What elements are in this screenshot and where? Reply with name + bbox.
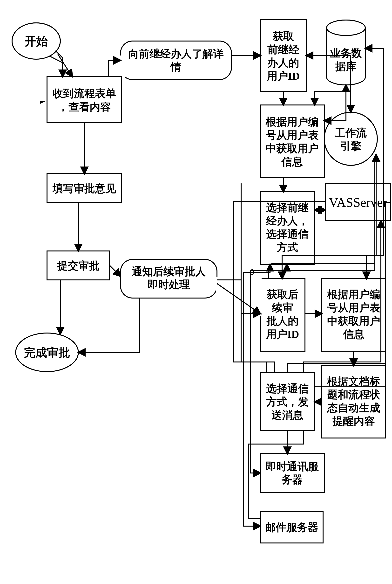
recv-l1b: 收到流程表单 — [52, 88, 116, 99]
gnin-l4: 信息 — [342, 329, 364, 340]
node-gen-content: 根据文档标 题和流程状 态自动生成 提醒内容 — [322, 366, 386, 438]
gnin-l1: 根据用户编 — [327, 288, 380, 301]
vas-label: VASServer — [329, 195, 387, 210]
svg-rect-28 — [47, 77, 122, 123]
gnid-l1: 获取后 — [266, 288, 298, 301]
edge-notify-done — [78, 298, 140, 352]
gpid-l1: 获取 — [272, 31, 294, 42]
gpid-l3: 办人的 — [267, 57, 299, 69]
gpin-l3: 中获取用户 — [266, 143, 319, 154]
node-ask-prev: 向前继经办人了解详 情 — [120, 41, 232, 80]
askprev-l1: 向前继经办人了解详 — [128, 48, 224, 60]
node-sel-send: 选择通信 方式，发 送消息 — [260, 373, 314, 431]
node-mail-server: 邮件服务器 — [260, 512, 323, 543]
edge-submit-notify — [110, 265, 120, 276]
start-label-2: 开始 — [24, 35, 48, 48]
node-get-next-id: 获取后 续审 批人的 用户ID — [260, 279, 305, 351]
gnid-l3: 批人的 — [266, 315, 298, 327]
db-line2: 据库 — [335, 61, 356, 72]
mail-label: 邮件服务器 — [265, 521, 318, 533]
svg-rect-5 — [120, 41, 232, 80]
askprev-l2: 情 — [170, 61, 181, 73]
notify-l1: 通知后续审批人 — [132, 266, 206, 277]
node-get-prev-id: 获取 前继经 办人的 用户ID — [260, 19, 306, 92]
svg-point-16 — [327, 20, 365, 36]
wf-l1: 工作流 — [335, 127, 367, 139]
gpin-l4: 信息 — [281, 156, 303, 168]
node-vas-server: VASServer — [326, 183, 390, 221]
opinion-label: 填写审批意见 — [52, 183, 116, 194]
gpin-l1: 根据用户编 — [265, 116, 319, 128]
gc-l2: 题和流程状 — [327, 389, 380, 401]
ss-l2: 方式，发 — [266, 396, 308, 408]
gc-l3: 态自动生成 — [327, 402, 380, 414]
gnin-l3: 中获取用户 — [327, 315, 380, 327]
node-done: 完成审批 — [16, 333, 78, 372]
wf-l2: 引擎 — [340, 140, 362, 152]
db-line1: 业务数 — [330, 47, 362, 59]
node-database: 业务数 据库 — [327, 20, 365, 85]
im-l2: 务器 — [281, 474, 303, 485]
node-get-next-info: 根据用户编 号从用户表 中获取用户 信息 — [322, 279, 386, 351]
svg-rect-19 — [260, 454, 324, 492]
gnin-l2: 号从用户表 — [327, 302, 380, 314]
sp-l4: 方式 — [276, 241, 298, 253]
ss-l1: 选择通信 — [266, 383, 308, 395]
node-notify-next: 通知后续审批人 即时处理 — [120, 259, 217, 298]
node-submit: 提交审批 — [47, 251, 110, 280]
submit-label: 提交审批 — [57, 260, 100, 272]
recv-l2b: ，查看内容 — [58, 101, 111, 113]
gpin-l2: 号从用户表 — [266, 129, 319, 141]
im-l1: 即时通讯服 — [266, 461, 319, 472]
sp-l2: 经办人， — [266, 215, 308, 227]
notify-l2: 即时处理 — [148, 279, 190, 290]
node-opinion: 填写审批意见 — [47, 174, 122, 203]
node-get-prev-info: 根据用户编 号从用户表 中获取用户 信息 — [260, 105, 324, 177]
gc-l4: 提醒内容 — [332, 415, 375, 427]
ss-l3: 送消息 — [272, 409, 303, 421]
node-sel-prev: 选择前继 经办人， 选择通信 方式 — [260, 192, 314, 264]
gpid-l4: 用户ID — [267, 70, 300, 82]
sp-l3: 选择通信 — [266, 228, 308, 240]
node-im-server: 即时通讯服 务器 — [260, 454, 324, 492]
gnid-l2: 续审 — [272, 302, 293, 314]
gpid-l2: 前继经 — [267, 44, 300, 56]
gnid-l4: 用户ID — [266, 329, 299, 340]
sp-l1: 选择前继 — [266, 202, 308, 214]
done-label: 完成审批 — [24, 346, 70, 359]
gc-l1: 根据文档标 — [327, 376, 380, 387]
